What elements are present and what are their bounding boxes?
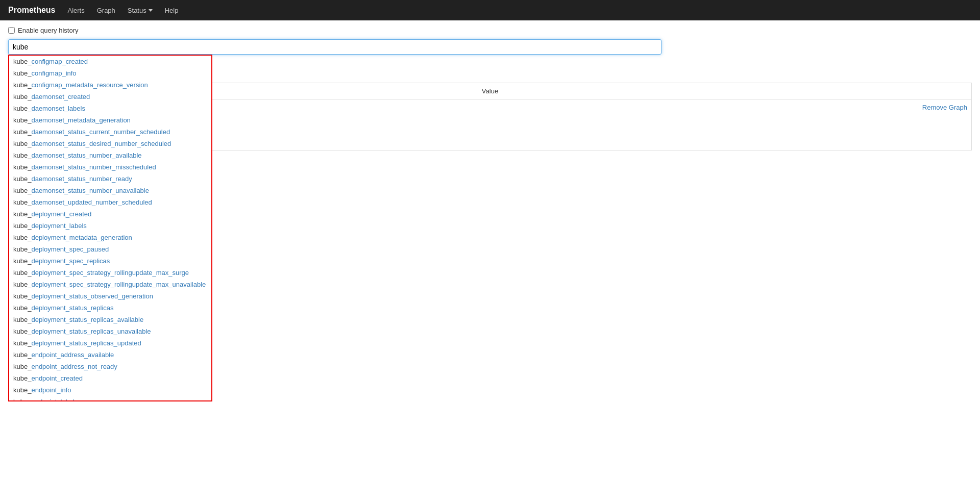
autocomplete-suffix: daemonset_metadata_generation bbox=[31, 116, 130, 124]
autocomplete-item[interactable]: kube_daemonset_status_desired_number_sch… bbox=[9, 138, 211, 149]
autocomplete-prefix: kube_ bbox=[13, 398, 31, 401]
autocomplete-suffix: configmap_metadata_resource_version bbox=[31, 81, 148, 89]
remove-graph-button[interactable]: Remove Graph bbox=[922, 104, 967, 111]
autocomplete-prefix: kube_ bbox=[13, 105, 31, 112]
autocomplete-prefix: kube_ bbox=[13, 269, 31, 276]
autocomplete-item[interactable]: kube_configmap_info bbox=[9, 67, 211, 79]
autocomplete-prefix: kube_ bbox=[13, 374, 31, 382]
autocomplete-suffix: deployment_metadata_generation bbox=[31, 234, 132, 241]
autocomplete-suffix: deployment_spec_replicas bbox=[31, 257, 110, 265]
autocomplete-suffix: daemonset_status_number_ready bbox=[31, 175, 132, 183]
autocomplete-item[interactable]: kube_endpoint_labels bbox=[9, 396, 211, 401]
autocomplete-item[interactable]: kube_deployment_spec_strategy_rollingupd… bbox=[9, 279, 211, 290]
main-content: Enable query history kube_configmap_crea… bbox=[0, 20, 980, 157]
autocomplete-prefix: kube_ bbox=[13, 69, 31, 77]
autocomplete-prefix: kube_ bbox=[13, 386, 31, 394]
autocomplete-suffix: deployment_created bbox=[31, 210, 91, 218]
autocomplete-item[interactable]: kube_daemonset_created bbox=[9, 91, 211, 103]
autocomplete-prefix: kube_ bbox=[13, 292, 31, 300]
autocomplete-item[interactable]: kube_deployment_spec_strategy_rollingupd… bbox=[9, 267, 211, 279]
autocomplete-item[interactable]: kube_daemonset_status_current_number_sch… bbox=[9, 126, 211, 138]
autocomplete-item[interactable]: kube_endpoint_address_available bbox=[9, 349, 211, 361]
autocomplete-prefix: kube_ bbox=[13, 281, 31, 288]
autocomplete-prefix: kube_ bbox=[13, 351, 31, 359]
autocomplete-prefix: kube_ bbox=[13, 222, 31, 230]
autocomplete-item[interactable]: kube_deployment_status_replicas_updated bbox=[9, 337, 211, 349]
autocomplete-suffix: deployment_status_observed_generation bbox=[31, 292, 153, 300]
autocomplete-prefix: kube_ bbox=[13, 128, 31, 136]
autocomplete-prefix: kube_ bbox=[13, 140, 31, 147]
autocomplete-item[interactable]: kube_daemonset_status_number_ready bbox=[9, 173, 211, 185]
autocomplete-item[interactable]: kube_daemonset_status_number_misschedule… bbox=[9, 161, 211, 173]
autocomplete-suffix: deployment_spec_strategy_rollingupdate_m… bbox=[31, 269, 189, 276]
autocomplete-prefix: kube_ bbox=[13, 81, 31, 89]
autocomplete-suffix: endpoint_info bbox=[31, 386, 71, 394]
help-link[interactable]: Help bbox=[165, 7, 179, 14]
autocomplete-suffix: daemonset_status_desired_number_schedule… bbox=[31, 140, 171, 147]
autocomplete-suffix: deployment_status_replicas_available bbox=[31, 316, 143, 323]
autocomplete-prefix: kube_ bbox=[13, 187, 31, 194]
autocomplete-item[interactable]: kube_configmap_metadata_resource_version bbox=[9, 79, 211, 91]
autocomplete-item[interactable]: kube_endpoint_address_not_ready bbox=[9, 361, 211, 372]
autocomplete-item[interactable]: kube_deployment_status_replicas bbox=[9, 302, 211, 314]
graph-link[interactable]: Graph bbox=[97, 7, 115, 14]
autocomplete-suffix: daemonset_status_current_number_schedule… bbox=[31, 128, 170, 136]
alerts-link[interactable]: Alerts bbox=[67, 7, 84, 14]
autocomplete-item[interactable]: kube_endpoint_created bbox=[9, 372, 211, 384]
autocomplete-prefix: kube_ bbox=[13, 245, 31, 253]
autocomplete-item[interactable]: kube_configmap_created bbox=[9, 56, 211, 67]
search-container: kube_configmap_createdkube_configmap_inf… bbox=[8, 39, 972, 55]
autocomplete-item[interactable]: kube_deployment_status_replicas_availabl… bbox=[9, 314, 211, 325]
autocomplete-prefix: kube_ bbox=[13, 163, 31, 171]
autocomplete-suffix: daemonset_updated_number_scheduled bbox=[31, 198, 152, 206]
autocomplete-prefix: kube_ bbox=[13, 339, 31, 347]
autocomplete-prefix: kube_ bbox=[13, 152, 31, 159]
autocomplete-suffix: deployment_spec_paused bbox=[31, 245, 109, 253]
status-caret-icon bbox=[149, 9, 153, 12]
autocomplete-suffix: deployment_status_replicas_unavailable bbox=[31, 328, 151, 335]
autocomplete-prefix: kube_ bbox=[13, 58, 31, 65]
autocomplete-suffix: daemonset_status_number_unavailable bbox=[31, 187, 149, 194]
navbar-brand: Prometheus bbox=[8, 6, 55, 15]
autocomplete-item[interactable]: kube_daemonset_metadata_generation bbox=[9, 114, 211, 126]
autocomplete-prefix: kube_ bbox=[13, 257, 31, 265]
autocomplete-dropdown: kube_configmap_createdkube_configmap_inf… bbox=[8, 55, 212, 401]
autocomplete-suffix: deployment_status_replicas bbox=[31, 304, 113, 312]
autocomplete-item[interactable]: kube_endpoint_info bbox=[9, 384, 211, 396]
navbar: Prometheus Alerts Graph Status Help bbox=[0, 0, 980, 20]
autocomplete-item[interactable]: kube_deployment_status_replicas_unavaila… bbox=[9, 325, 211, 337]
autocomplete-suffix: deployment_status_replicas_updated bbox=[31, 339, 141, 347]
autocomplete-item[interactable]: kube_daemonset_status_number_unavailable bbox=[9, 185, 211, 196]
autocomplete-prefix: kube_ bbox=[13, 210, 31, 218]
autocomplete-suffix: daemonset_status_number_misscheduled bbox=[31, 163, 156, 171]
query-history-checkbox[interactable] bbox=[8, 27, 15, 34]
autocomplete-suffix: endpoint_created bbox=[31, 374, 82, 382]
query-history-row: Enable query history bbox=[8, 27, 972, 34]
search-input[interactable] bbox=[8, 39, 662, 55]
autocomplete-prefix: kube_ bbox=[13, 175, 31, 183]
autocomplete-prefix: kube_ bbox=[13, 316, 31, 323]
autocomplete-suffix: endpoint_address_available bbox=[31, 351, 114, 359]
autocomplete-prefix: kube_ bbox=[13, 116, 31, 124]
autocomplete-item[interactable]: kube_deployment_metadata_generation bbox=[9, 232, 211, 243]
autocomplete-prefix: kube_ bbox=[13, 304, 31, 312]
autocomplete-item[interactable]: kube_deployment_status_observed_generati… bbox=[9, 290, 211, 302]
autocomplete-item[interactable]: kube_daemonset_status_number_available bbox=[9, 149, 211, 161]
autocomplete-prefix: kube_ bbox=[13, 363, 31, 370]
autocomplete-prefix: kube_ bbox=[13, 328, 31, 335]
autocomplete-suffix: configmap_created bbox=[31, 58, 88, 65]
autocomplete-item[interactable]: kube_daemonset_labels bbox=[9, 103, 211, 114]
status-dropdown[interactable]: Status bbox=[128, 7, 153, 14]
autocomplete-item[interactable]: kube_deployment_spec_paused bbox=[9, 243, 211, 255]
query-history-label[interactable]: Enable query history bbox=[18, 27, 79, 34]
autocomplete-prefix: kube_ bbox=[13, 93, 31, 100]
autocomplete-suffix: deployment_labels bbox=[31, 222, 86, 230]
autocomplete-item[interactable]: kube_daemonset_updated_number_scheduled bbox=[9, 196, 211, 208]
autocomplete-item[interactable]: kube_deployment_spec_replicas bbox=[9, 255, 211, 267]
autocomplete-item[interactable]: kube_deployment_created bbox=[9, 208, 211, 220]
autocomplete-suffix: endpoint_labels bbox=[31, 398, 78, 401]
autocomplete-prefix: kube_ bbox=[13, 198, 31, 206]
autocomplete-suffix: endpoint_address_not_ready bbox=[31, 363, 117, 370]
autocomplete-suffix: configmap_info bbox=[31, 69, 76, 77]
autocomplete-item[interactable]: kube_deployment_labels bbox=[9, 220, 211, 232]
